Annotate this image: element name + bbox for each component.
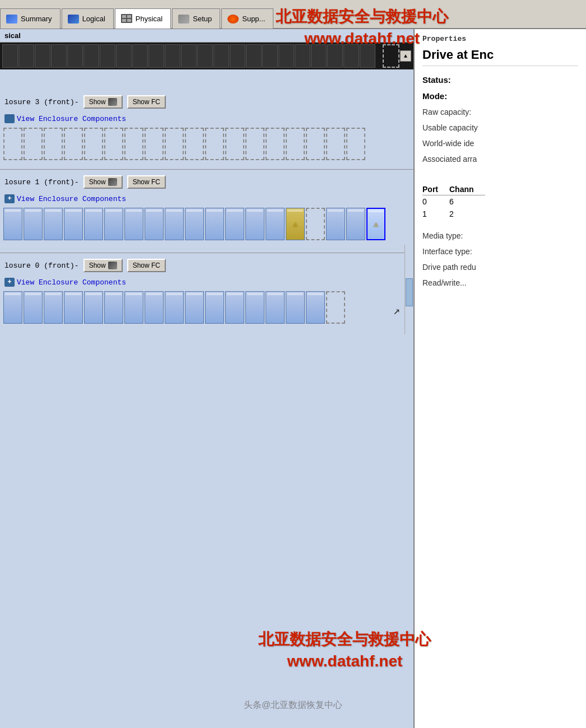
logical-icon [68, 15, 79, 24]
interface-type-label: Interface type: [422, 247, 578, 256]
enc0-slot-6[interactable] [124, 291, 143, 324]
enc1-slot-10[interactable] [205, 208, 224, 240]
enc3-slot-4[interactable] [84, 128, 103, 160]
enc1-slot-1[interactable] [24, 208, 43, 240]
enc3-slot-2[interactable] [44, 128, 63, 160]
enc0-slot-11[interactable] [225, 291, 244, 324]
enc1-slot-7[interactable] [145, 208, 164, 240]
setup-icon [178, 15, 189, 24]
drive-cell-1 [18, 44, 34, 68]
enc0-slot-0[interactable] [3, 291, 22, 324]
enc0-slot-10[interactable] [205, 291, 224, 324]
enc3-view-link-text: View Enclosure Components [17, 115, 126, 123]
enc1-show-hdd-button[interactable]: Show [83, 175, 123, 189]
enc1-slot-17[interactable] [346, 208, 365, 240]
enclosure-1: losure 1 (front)- Show Show FC + View En… [0, 172, 413, 248]
enc0-slot-13[interactable] [266, 291, 285, 324]
enclosure-0: losure 0 (front)- Show Show FC + View En… [0, 255, 413, 328]
enc1-slot-12[interactable] [245, 208, 264, 240]
svg-rect-2 [122, 19, 126, 22]
enc3-slot-7[interactable] [145, 128, 164, 160]
enc3-slot-5[interactable] [104, 128, 123, 160]
port-col-header: Port [422, 184, 449, 195]
enc3-slot-14[interactable] [286, 128, 305, 160]
enc1-slot-11[interactable] [225, 208, 244, 240]
enc3-label: losure 3 (front)- [4, 98, 79, 106]
enc3-slot-9[interactable] [185, 128, 204, 160]
left-panel: sical ▲ [0, 29, 415, 728]
enc1-slot-18-selected[interactable] [366, 208, 385, 240]
enc0-slot-12[interactable] [245, 291, 264, 324]
enc1-slot-3[interactable] [64, 208, 83, 240]
enc3-show-hdd-label: Show [89, 98, 106, 106]
enc1-slot-6[interactable] [124, 208, 143, 240]
enc0-slot-8[interactable] [165, 291, 184, 324]
drive-cell-20 [327, 44, 343, 68]
enc0-slot-1[interactable] [24, 291, 43, 324]
enc3-slot-15[interactable] [306, 128, 325, 160]
enc3-slot-16[interactable] [326, 128, 345, 160]
enc0-slot-9[interactable] [185, 291, 204, 324]
enc0-label: losure 0 (front)- [4, 262, 79, 270]
enc3-slot-1[interactable] [24, 128, 43, 160]
associated-array-section: Associated arra [422, 155, 578, 164]
tab-summary[interactable]: Summary [0, 8, 61, 29]
enc1-view-link-text: View Enclosure Components [17, 195, 126, 203]
enc0-slot-4[interactable] [84, 291, 103, 324]
enc0-show-hdd-button[interactable]: Show [83, 259, 123, 272]
enc3-slot-12[interactable] [245, 128, 264, 160]
enc0-slot-5[interactable] [104, 291, 123, 324]
enc0-slot-15[interactable] [306, 291, 325, 324]
enc1-slot-14-warning[interactable] [286, 208, 305, 240]
enc1-view-components[interactable]: + View Enclosure Components [0, 192, 413, 206]
enc3-show-fc-button[interactable]: Show FC [127, 95, 166, 109]
tab-summary-label: Summary [21, 15, 52, 23]
enc1-slot-15-empty[interactable] [306, 208, 325, 240]
drive-cell-2 [35, 44, 50, 68]
enc1-show-fc-button[interactable]: Show FC [127, 175, 166, 189]
enc0-slot-14[interactable] [286, 291, 305, 324]
enc1-slot-9[interactable] [185, 208, 204, 240]
tab-support[interactable]: Supp... [221, 8, 273, 29]
enc0-drive-row [0, 289, 413, 328]
svg-rect-1 [127, 15, 131, 18]
scroll-up-button[interactable]: ▲ [400, 50, 411, 62]
enc1-slot-13[interactable] [266, 208, 285, 240]
tab-logical[interactable]: Logical [62, 8, 114, 29]
divider-1 [0, 169, 413, 170]
enc0-slot-3[interactable] [64, 291, 83, 324]
support-icon [227, 15, 239, 24]
enc3-slot-10[interactable] [205, 128, 224, 160]
enc1-slot-2[interactable] [44, 208, 63, 240]
enc0-header: losure 0 (front)- Show Show FC [0, 255, 413, 276]
enc0-slot-2[interactable] [44, 291, 63, 324]
drive-cell-10 [165, 44, 180, 68]
enc3-slot-11[interactable] [225, 128, 244, 160]
raw-capacity-label: Raw capacity: [422, 108, 578, 116]
enc3-slot-0[interactable] [3, 128, 22, 160]
enc0-slot-7[interactable] [145, 291, 164, 324]
enc1-slot-5[interactable] [104, 208, 123, 240]
enc1-slot-0[interactable] [3, 208, 22, 240]
enc0-show-fc-button[interactable]: Show FC [127, 259, 166, 272]
media-type-label: Media type: [422, 231, 578, 240]
enc3-view-components[interactable]: View Enclosure Components [0, 112, 413, 125]
enc3-slot-8[interactable] [165, 128, 184, 160]
enc3-slot-17[interactable] [346, 128, 365, 160]
tab-setup[interactable]: Setup [172, 8, 220, 29]
enc3-slot-13[interactable] [266, 128, 285, 160]
enc3-slot-6[interactable] [124, 128, 143, 160]
port-1-channel: 2 [449, 208, 485, 220]
enc1-slot-16[interactable] [326, 208, 345, 240]
enc3-show-hdd-button[interactable]: Show [83, 95, 123, 109]
port-row-0: 0 6 [422, 195, 485, 208]
enc3-slot-3[interactable] [64, 128, 83, 160]
drive-cell-18 [295, 44, 310, 68]
enc1-slot-4[interactable] [84, 208, 103, 240]
drive-cell-4 [67, 44, 83, 68]
drive-at-enc-title: Drive at Enc [422, 48, 578, 66]
enc0-view-components[interactable]: + View Enclosure Components [0, 276, 413, 289]
tab-physical[interactable]: Physical [115, 8, 171, 29]
enc0-slot-16-empty[interactable] [326, 291, 345, 324]
enc1-slot-8[interactable] [165, 208, 184, 240]
